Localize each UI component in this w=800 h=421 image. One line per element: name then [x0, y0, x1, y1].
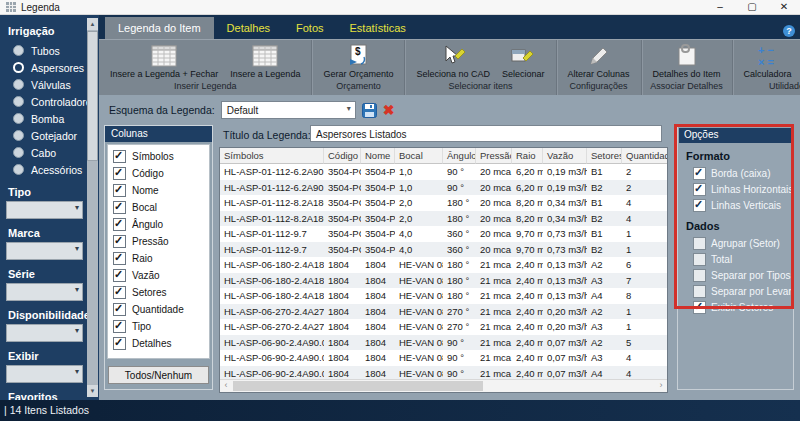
checkbox-icon[interactable]: [113, 167, 126, 180]
checkbox-icon[interactable]: [693, 301, 706, 314]
column-option-pressao[interactable]: Pressão: [108, 233, 209, 250]
save-icon[interactable]: [362, 103, 377, 118]
toolbar-button-detalhes-do-item[interactable]: Detalhes do Item: [647, 41, 727, 80]
column-option-vazao[interactable]: Vazão: [108, 267, 209, 284]
column-option-setores[interactable]: Setores: [108, 284, 209, 301]
toolbar-button-calculadora[interactable]: + −× =Calculadora: [738, 41, 798, 80]
column-option-angulo[interactable]: Ângulo: [108, 216, 209, 233]
checkbox-icon[interactable]: [693, 199, 706, 212]
option-total[interactable]: Total: [678, 251, 793, 267]
sidebar-scrollbar[interactable]: ▲ ▼: [87, 18, 98, 397]
checkbox-icon[interactable]: [113, 337, 126, 350]
checkbox-icon[interactable]: [113, 235, 126, 248]
delete-scheme-icon[interactable]: ✖: [383, 102, 395, 118]
table-row[interactable]: HL-ASP-06-180-2.4A180.018041804HE-VAN 08…: [220, 257, 667, 273]
scheme-select[interactable]: Default ▾: [221, 101, 356, 119]
tab-fotos[interactable]: Fotos: [283, 17, 337, 39]
filter-dropdown-serie[interactable]: ▾: [6, 283, 83, 301]
sidebar-item-acessorios[interactable]: Acessórios: [0, 161, 99, 178]
scroll-right-icon[interactable]: ›: [655, 380, 667, 391]
sidebar-item-aspersores[interactable]: Aspersores: [0, 59, 99, 76]
filter-dropdown-disponibilidade[interactable]: ▾: [6, 324, 83, 342]
legend-title-input[interactable]: Aspersores Listados: [310, 125, 662, 142]
sidebar-item-cabo[interactable]: Cabo: [0, 144, 99, 161]
checkbox-icon[interactable]: [113, 286, 126, 299]
column-option-nome[interactable]: Nome: [108, 182, 209, 199]
table-hscrollbar[interactable]: ‹ ›: [220, 379, 667, 392]
checkbox-icon[interactable]: [113, 303, 126, 316]
toggle-all-button[interactable]: Todos/Nenhum: [108, 366, 209, 384]
column-option-bocal[interactable]: Bocal: [108, 199, 209, 216]
table-row[interactable]: HL-ASP-01-112-6.2A90.03504-PC3504-PC1,09…: [220, 180, 667, 196]
checkbox-icon[interactable]: [693, 167, 706, 180]
column-option-simbolos[interactable]: Símbolos: [108, 148, 209, 165]
column-header-setores[interactable]: Setores: [587, 148, 622, 164]
minimize-button[interactable]: –: [704, 0, 736, 14]
checkbox-icon[interactable]: [693, 237, 706, 250]
checkbox-icon[interactable]: [113, 252, 126, 265]
checkbox-icon[interactable]: [113, 150, 126, 163]
checkbox-icon[interactable]: [693, 269, 706, 282]
table-row[interactable]: HL-ASP-01-112-8.2A180.03504-PC3504-PC2,0…: [220, 211, 667, 227]
tab-legenda-do-item[interactable]: Legenda do Item: [105, 17, 214, 39]
scroll-left-icon[interactable]: ‹: [220, 380, 232, 391]
table-row[interactable]: HL-ASP-06-90-2.4A90.018041804HE-VAN 0890…: [220, 350, 667, 366]
column-option-detalhes[interactable]: Detalhes: [108, 335, 209, 352]
toolbar-button-alterar-colunas[interactable]: Alterar Colunas: [562, 41, 636, 80]
option-agrupar-setor-[interactable]: Agrupar (Setor): [678, 235, 793, 251]
column-header-pressao[interactable]: Pressão: [476, 148, 512, 164]
scrollbar-thumb[interactable]: [87, 31, 98, 161]
toolbar-button-insere-a-legenda-fechar[interactable]: Insere a Legenda + Fechar: [104, 41, 224, 80]
scroll-down-icon[interactable]: ▼: [87, 385, 98, 397]
maximize-button[interactable]: ▢: [736, 0, 768, 14]
tab-estatisticas[interactable]: Estatísticas: [337, 17, 419, 39]
toolbar-button-seleciona-no-cad[interactable]: Seleciona no CAD: [410, 41, 496, 80]
column-header-bocal[interactable]: Bocal: [395, 148, 443, 164]
toolbar-button-gerar-orcamento[interactable]: $Gerar Orçamento: [317, 41, 399, 80]
table-row[interactable]: HL-ASP-01-112-9.73504-PC3504-PC4,0360 °2…: [220, 242, 667, 258]
checkbox-icon[interactable]: [693, 285, 706, 298]
option-linhas-horizontais[interactable]: Linhas Horizontais: [678, 181, 793, 197]
filter-dropdown-tipo[interactable]: ▾: [6, 201, 83, 219]
column-header-quantidade[interactable]: Quantidade: [622, 148, 668, 164]
checkbox-icon[interactable]: [693, 183, 706, 196]
option-exibir-setores[interactable]: Exibir Setores: [678, 299, 793, 315]
option-linhas-verticais[interactable]: Linhas Verticais: [678, 197, 793, 213]
filter-dropdown-marca[interactable]: ▾: [6, 242, 83, 260]
table-row[interactable]: HL-ASP-01-112-8.2A180.03504-PC3504-PC2,0…: [220, 195, 667, 211]
scroll-up-icon[interactable]: ▲: [87, 18, 98, 30]
toolbar-button-insere-a-legenda[interactable]: Insere a Legenda: [224, 41, 306, 80]
table-row[interactable]: HL-ASP-01-112-6.2A90.03504-PC3504-PC1,09…: [220, 164, 667, 180]
table-row[interactable]: HL-ASP-06-180-2.4A180.018041804HE-VAN 08…: [220, 288, 667, 304]
help-icon[interactable]: ?: [783, 25, 795, 37]
filter-dropdown-exibir[interactable]: ▾: [6, 365, 83, 383]
sidebar-item-tubos[interactable]: Tubos: [0, 42, 99, 59]
column-option-quantidade[interactable]: Quantidade: [108, 301, 209, 318]
checkbox-icon[interactable]: [113, 269, 126, 282]
column-header-simbolos[interactable]: Símbolos: [220, 148, 324, 164]
checkbox-icon[interactable]: [693, 253, 706, 266]
checkbox-icon[interactable]: [113, 184, 126, 197]
column-header-codigo[interactable]: Código: [324, 148, 361, 164]
column-header-angulo[interactable]: Ângulo: [443, 148, 476, 164]
sidebar-item-gotejador[interactable]: Gotejador: [0, 127, 99, 144]
column-option-raio[interactable]: Raio: [108, 250, 209, 267]
column-header-nome[interactable]: Nome: [361, 148, 395, 164]
column-option-tipo[interactable]: Tipo: [108, 318, 209, 335]
table-row[interactable]: HL-ASP-06-90-2.4A90.018041804HE-VAN 0890…: [220, 335, 667, 351]
option-borda-caixa-[interactable]: Borda (caixa): [678, 165, 793, 181]
column-option-codigo[interactable]: Código: [108, 165, 209, 182]
scrollbar-thumb[interactable]: [233, 381, 483, 391]
sidebar-item-controladores[interactable]: Controladores: [0, 93, 99, 110]
column-header-vazao[interactable]: Vazão: [543, 148, 587, 164]
checkbox-icon[interactable]: [113, 218, 126, 231]
sidebar-item-bomba[interactable]: Bomba: [0, 110, 99, 127]
table-row[interactable]: HL-ASP-06-270-2.4A270.018041804HE-VAN 08…: [220, 319, 667, 335]
column-header-raio[interactable]: Raio: [512, 148, 543, 164]
tab-detalhes[interactable]: Detalhes: [214, 17, 283, 39]
table-row[interactable]: HL-ASP-06-180-2.4A180.018041804HE-VAN 08…: [220, 273, 667, 289]
option-separar-por-tipos[interactable]: Separar por Tipos: [678, 267, 793, 283]
checkbox-icon[interactable]: [113, 201, 126, 214]
sidebar-item-valvulas[interactable]: Válvulas: [0, 76, 99, 93]
table-row[interactable]: HL-ASP-06-270-2.4A270.018041804HE-VAN 08…: [220, 304, 667, 320]
